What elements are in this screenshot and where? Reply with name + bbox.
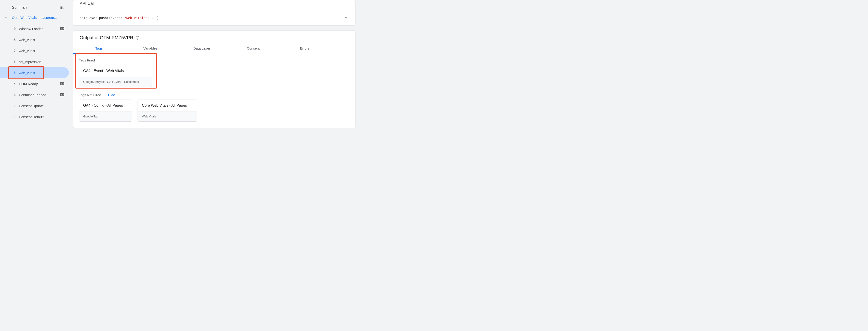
- tag-card-name: GA4 - Config - All Pages: [79, 100, 132, 111]
- tags-not-fired-list: GA4 - Config - All Pages Google Tag Core…: [79, 100, 350, 122]
- output-title-row: Output of GTM-PMZ5VPR: [73, 31, 355, 43]
- event-num: 3: [10, 93, 16, 97]
- hide-link[interactable]: Hide: [108, 93, 115, 97]
- svg-point-4: [137, 38, 138, 39]
- selection-highlight-wrap: 5 web_vitals: [0, 67, 69, 78]
- app-root: Summary Core Web Vitals measurem… 9 Wind…: [0, 0, 358, 137]
- tags-not-fired-title: Tags Not Fired: [79, 93, 101, 97]
- tag-card[interactable]: GA4 - Config - All Pages Google Tag: [79, 100, 132, 122]
- tab-tags[interactable]: Tags: [73, 43, 125, 54]
- sidebar: Summary Core Web Vitals measurem… 9 Wind…: [0, 0, 69, 137]
- event-item[interactable]: 6 ad_impression: [0, 56, 69, 67]
- sidebar-group[interactable]: Core Web Vitals measurem…: [0, 14, 69, 21]
- event-label: Consent Update: [19, 104, 64, 108]
- api-call-code: dataLayer.push({event: "web_vitals", ...…: [80, 16, 161, 20]
- selection-highlight-box: [8, 66, 44, 79]
- summary-row[interactable]: Summary: [0, 3, 69, 14]
- summary-label: Summary: [12, 5, 28, 10]
- event-num: 6: [10, 60, 16, 64]
- event-item[interactable]: 8 web_vitals: [0, 34, 69, 45]
- output-title: Output of GTM-PMZ5VPR: [80, 35, 133, 40]
- code-badge-icon: [60, 82, 64, 85]
- event-item[interactable]: 2 Consent Update: [0, 100, 69, 111]
- event-label: Window Loaded: [19, 27, 59, 31]
- tab-data-layer[interactable]: Data Layer: [176, 43, 227, 54]
- event-item[interactable]: 3 Container Loaded: [0, 89, 69, 100]
- sidebar-group-label: Core Web Vitals measurem…: [12, 15, 57, 20]
- code-badge-icon: [60, 93, 64, 96]
- chevron-down-icon: [5, 16, 8, 19]
- event-label: DOM Ready: [19, 82, 59, 86]
- event-item[interactable]: 9 Window Loaded: [0, 23, 69, 34]
- tag-card[interactable]: Core Web Vitals - All Pages Web Vitals: [137, 100, 197, 122]
- api-call-card: API Call dataLayer.push({event: "web_vit…: [73, 0, 355, 26]
- event-item[interactable]: 4 DOM Ready: [0, 78, 69, 89]
- event-label: web_vitals: [19, 38, 64, 42]
- tag-card-name: Core Web Vitals - All Pages: [138, 100, 197, 111]
- clear-icon[interactable]: [59, 5, 64, 10]
- tab-variables[interactable]: Variables: [125, 43, 176, 54]
- event-num: 1: [10, 115, 16, 119]
- event-label: web_vitals: [19, 49, 64, 53]
- tags-fired-section: Tags Fired GA4 - Event - Web Vitals Goog…: [73, 54, 355, 89]
- event-num: 7: [10, 49, 16, 53]
- tab-consent[interactable]: Consent: [227, 43, 279, 54]
- event-label: ad_impression: [19, 60, 64, 64]
- tab-errors[interactable]: Errors: [279, 43, 331, 54]
- chevron-down-icon[interactable]: [344, 15, 349, 21]
- event-label: Consent Default: [19, 115, 64, 119]
- code-post: , ...}): [148, 16, 161, 20]
- tag-card-detail: Web Vitals: [138, 111, 197, 121]
- code-badge-icon: [60, 27, 64, 30]
- annotation-highlight-box: [75, 53, 157, 89]
- api-call-title: API Call: [73, 0, 355, 10]
- code-string: "web_vitals": [124, 16, 148, 20]
- event-num: 8: [10, 38, 16, 41]
- event-list: 9 Window Loaded 8 web_vitals 7 web_vital…: [0, 21, 69, 122]
- help-icon[interactable]: [135, 36, 140, 40]
- api-call-body[interactable]: dataLayer.push({event: "web_vitals", ...…: [73, 10, 355, 26]
- event-num: 9: [10, 27, 16, 31]
- event-label: Container Loaded: [19, 93, 59, 97]
- event-num: 2: [10, 104, 16, 107]
- output-tabs: Tags Variables Data Layer Consent Errors: [73, 43, 355, 54]
- code-pre: dataLayer.push({event:: [80, 16, 124, 20]
- event-item[interactable]: 7 web_vitals: [0, 45, 69, 56]
- event-item[interactable]: 1 Consent Default: [0, 111, 69, 122]
- tag-card-detail: Google Tag: [79, 111, 132, 121]
- output-card: Output of GTM-PMZ5VPR Tags Variables Dat…: [73, 30, 355, 128]
- tags-not-fired-section: Tags Not Fired Hide GA4 - Config - All P…: [73, 89, 355, 123]
- event-num: 4: [10, 82, 16, 86]
- main: API Call dataLayer.push({event: "web_vit…: [69, 0, 358, 137]
